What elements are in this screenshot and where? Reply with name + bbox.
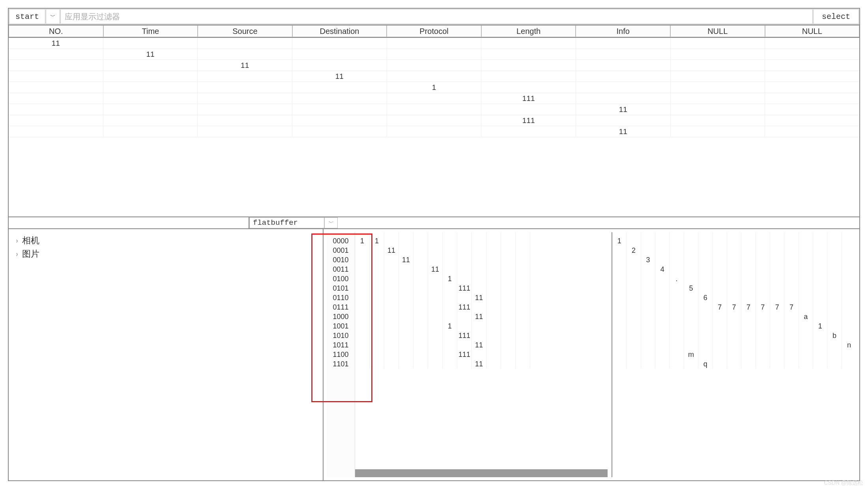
packet-list[interactable]: 1111111111111111111 — [9, 38, 859, 217]
ascii-cell — [799, 293, 813, 302]
packet-row[interactable]: 111 — [9, 115, 859, 126]
ascii-cell — [756, 331, 770, 340]
column-header[interactable]: NULL — [765, 25, 860, 37]
packet-row[interactable]: 1 — [9, 82, 859, 93]
packet-cell — [481, 71, 576, 82]
ascii-cell — [612, 284, 627, 293]
hex-cell — [457, 340, 472, 350]
decoder-select[interactable]: flatbuffer — [249, 217, 324, 228]
hex-cell — [486, 331, 501, 340]
column-header[interactable]: Source — [198, 25, 292, 37]
hex-view[interactable]: 0000000100100011010001010110011110001001… — [324, 229, 859, 480]
column-header[interactable]: Length — [481, 25, 576, 37]
column-header[interactable]: NULL — [670, 25, 765, 37]
hex-cell — [428, 293, 443, 302]
column-header[interactable]: NO. — [9, 25, 103, 37]
ascii-cell — [813, 302, 827, 312]
ascii-cell: m — [684, 350, 698, 359]
ascii-cell — [799, 284, 813, 293]
hex-cell — [428, 331, 443, 340]
hex-cell — [443, 284, 457, 293]
column-header[interactable]: Destination — [292, 25, 387, 37]
decoder-dropdown-arrow[interactable]: ﹀ — [324, 217, 338, 228]
hex-row: 11 — [355, 246, 612, 255]
ascii-cell — [713, 312, 727, 321]
ascii-cell — [770, 331, 784, 340]
hex-cell — [486, 293, 501, 302]
hex-horizontal-scrollbar[interactable] — [355, 469, 608, 477]
packet-cell — [292, 60, 387, 71]
hex-cell — [516, 284, 530, 293]
packet-row[interactable]: 111 — [9, 93, 859, 104]
packet-cell — [292, 115, 387, 126]
column-header[interactable]: Info — [576, 25, 670, 37]
packet-row[interactable]: 11 — [9, 49, 859, 60]
ascii-row: q — [612, 359, 856, 369]
ascii-cell — [713, 321, 727, 331]
ascii-cell — [799, 246, 813, 255]
ascii-cell — [670, 265, 684, 274]
packet-row[interactable]: 11 — [9, 71, 859, 82]
packet-cell — [103, 38, 198, 49]
tree-item[interactable]: ›图片 — [16, 247, 316, 261]
hex-cell — [501, 293, 516, 302]
packet-cell — [671, 60, 765, 71]
ascii-row: 3 — [612, 255, 856, 265]
hex-cell — [501, 236, 516, 246]
hex-cell — [355, 265, 370, 274]
packet-row[interactable]: 11 — [9, 38, 859, 49]
ascii-row: a — [612, 312, 856, 321]
ascii-cell — [799, 331, 813, 340]
ascii-cell — [842, 350, 856, 359]
start-button[interactable]: start — [9, 9, 45, 24]
packet-table-header: NO.TimeSourceDestinationProtocolLengthIn… — [9, 25, 859, 38]
ascii-cell — [713, 284, 727, 293]
scrollbar-thumb[interactable] — [355, 469, 608, 477]
hex-cell — [472, 331, 486, 340]
packet-cell — [765, 49, 859, 60]
packet-row[interactable]: 11 — [9, 126, 859, 137]
ascii-row: 6 — [612, 293, 856, 302]
ascii-cell — [813, 312, 827, 321]
ascii-cell — [770, 293, 784, 302]
hex-cell — [516, 302, 530, 312]
ascii-cell — [727, 340, 741, 350]
hex-cell — [530, 302, 545, 312]
ascii-cell — [670, 284, 684, 293]
packet-row[interactable]: 11 — [9, 60, 859, 71]
ascii-cell — [627, 274, 641, 284]
tree-item[interactable]: ›相机 — [16, 234, 316, 247]
ascii-cell — [612, 312, 627, 321]
packet-row[interactable]: 11 — [9, 104, 859, 115]
ascii-cell — [799, 274, 813, 284]
packet-cell — [576, 49, 671, 60]
hex-row: 111 — [355, 302, 612, 312]
ascii-cell: 5 — [684, 284, 698, 293]
hex-cell — [530, 321, 545, 331]
column-header[interactable]: Time — [103, 25, 198, 37]
hex-cell — [457, 255, 472, 265]
hex-cell — [501, 284, 516, 293]
hex-cell — [370, 265, 384, 274]
hex-cell — [516, 321, 530, 331]
ascii-cell — [741, 350, 756, 359]
hex-cell — [516, 340, 530, 350]
ascii-cell — [641, 246, 655, 255]
details-tree[interactable]: ›相机›图片 — [9, 229, 324, 480]
ascii-cell — [713, 340, 727, 350]
filter-input[interactable]: 应用显示过滤器 — [60, 9, 813, 24]
ascii-view[interactable]: 1234.56777777a1bnmq — [612, 232, 856, 477]
ascii-cell — [727, 284, 741, 293]
ascii-cell — [842, 302, 856, 312]
ascii-cell — [741, 312, 756, 321]
start-dropdown-arrow[interactable]: ﹀ — [46, 9, 60, 24]
packet-cell — [576, 93, 671, 104]
select-button[interactable]: select — [813, 9, 859, 24]
hex-bytes[interactable]: 111111111111111111111111111111 — [355, 232, 612, 477]
hex-cell — [516, 236, 530, 246]
ascii-cell — [684, 340, 698, 350]
ascii-cell — [684, 312, 698, 321]
hex-cell — [355, 246, 370, 255]
column-header[interactable]: Protocol — [387, 25, 481, 37]
ascii-cell — [627, 236, 641, 246]
